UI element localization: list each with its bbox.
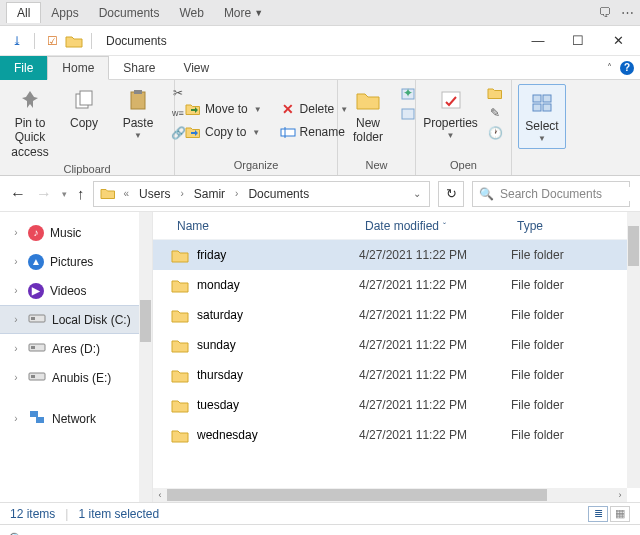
scope-more[interactable]: More▼ — [214, 3, 273, 23]
properties-button[interactable]: Properties ▼ — [422, 84, 479, 143]
close-button[interactable]: ✕ — [600, 28, 636, 54]
new-item-icon[interactable]: ✦ — [398, 84, 418, 102]
scope-apps-tab[interactable]: Apps — [41, 3, 88, 23]
copy-to-button[interactable]: Copy to▼ — [181, 122, 266, 142]
expand-icon[interactable]: › — [10, 343, 22, 354]
address-dropdown-icon[interactable]: ⌄ — [413, 188, 421, 199]
scope-web-tab[interactable]: Web — [169, 3, 213, 23]
expand-icon[interactable]: › — [10, 285, 22, 296]
group-clipboard-label: Clipboard — [6, 161, 168, 177]
nav-item-music[interactable]: ›♪Music — [0, 218, 152, 247]
column-date[interactable]: Date modifiedˇ — [359, 219, 511, 233]
paste-button[interactable]: Paste ▼ — [114, 84, 162, 143]
file-date: 4/27/2021 11:22 PM — [359, 338, 511, 352]
select-button[interactable]: Select ▼ — [518, 84, 566, 149]
forward-button[interactable]: → — [36, 185, 52, 203]
search-input[interactable] — [500, 187, 640, 201]
navpane-scrollbar[interactable] — [139, 212, 152, 502]
file-row[interactable]: sunday4/27/2021 11:22 PMFile folder — [153, 330, 640, 360]
edit-icon[interactable]: ✎ — [485, 104, 505, 122]
breadcrumb-chevron[interactable]: › — [178, 186, 185, 201]
file-name: saturday — [197, 308, 243, 322]
address-bar[interactable]: « Users › Samir › Documents ⌄ — [93, 181, 431, 207]
column-type[interactable]: Type — [511, 219, 549, 233]
folder-icon — [171, 368, 189, 383]
svg-rect-3 — [134, 90, 142, 94]
file-date: 4/27/2021 11:22 PM — [359, 368, 511, 382]
expand-icon[interactable]: › — [10, 372, 22, 383]
new-folder-button[interactable]: New folder — [344, 84, 392, 147]
refresh-button[interactable]: ↻ — [438, 181, 464, 207]
file-row[interactable]: friday4/27/2021 11:22 PMFile folder — [153, 240, 640, 270]
group-select-label — [518, 169, 566, 173]
file-list: Name Date modifiedˇ Type friday4/27/2021… — [153, 212, 640, 502]
maximize-button[interactable]: ☐ — [560, 28, 596, 54]
file-row[interactable]: tuesday4/27/2021 11:22 PMFile folder — [153, 390, 640, 420]
title-bar: ⤓ ☑ Documents — ☐ ✕ — [0, 26, 640, 56]
nav-item-pictures[interactable]: ›▲Pictures — [0, 247, 152, 276]
file-date: 4/27/2021 11:22 PM — [359, 398, 511, 412]
svg-rect-4 — [281, 129, 295, 136]
properties-check-icon[interactable]: ☑ — [43, 32, 61, 50]
overflow-icon[interactable]: ⋯ — [621, 5, 634, 20]
expand-icon[interactable]: › — [10, 314, 22, 325]
column-name[interactable]: Name — [171, 219, 359, 233]
history-open-icon[interactable]: 🕐 — [485, 124, 505, 142]
back-button[interactable]: ← — [10, 185, 26, 203]
file-row[interactable]: wednesday4/27/2021 11:22 PMFile folder — [153, 420, 640, 450]
details-view-icon[interactable]: ≣ — [588, 506, 608, 522]
easy-access-icon[interactable] — [398, 104, 418, 122]
breadcrumb-chevron[interactable]: › — [233, 186, 240, 201]
nav-item-anubis-e-[interactable]: ›Anubis (E:) — [0, 363, 152, 392]
file-row[interactable]: saturday4/27/2021 11:22 PMFile folder — [153, 300, 640, 330]
breadcrumb-root-chevron[interactable]: « — [122, 186, 132, 201]
network-icon — [28, 409, 46, 428]
expand-icon[interactable]: › — [10, 227, 22, 238]
nav-item-local-disk-c-[interactable]: ›Local Disk (C:) — [0, 305, 152, 334]
breadcrumb-samir[interactable]: Samir — [190, 185, 229, 203]
nav-item-videos[interactable]: ›▶Videos — [0, 276, 152, 305]
nav-item-ares-d-[interactable]: ›Ares (D:) — [0, 334, 152, 363]
svg-rect-9 — [442, 92, 460, 108]
nav-item-label: Local Disk (C:) — [52, 313, 131, 327]
expand-icon[interactable]: › — [10, 413, 22, 424]
ribbon-share-tab[interactable]: Share — [109, 56, 169, 80]
scope-all-tab[interactable]: All — [6, 2, 41, 23]
file-type: File folder — [511, 428, 564, 442]
copy-button[interactable]: Copy — [60, 84, 108, 132]
svg-rect-21 — [36, 417, 44, 423]
recent-locations-icon[interactable]: ▾ — [62, 189, 67, 199]
nav-item-network[interactable]: ›Network — [0, 404, 152, 433]
navigation-pane: ›♪Music›▲Pictures›▶Videos›Local Disk (C:… — [0, 212, 153, 502]
search-box[interactable]: 🔍 — [472, 181, 630, 207]
pin-to-quick-access-button[interactable]: Pin to Quick access — [6, 84, 54, 161]
breadcrumb-documents[interactable]: Documents — [244, 185, 313, 203]
file-vscrollbar[interactable] — [627, 212, 640, 488]
ribbon-file-tab[interactable]: File — [0, 56, 47, 80]
svg-rect-13 — [543, 104, 551, 111]
quick-access-toolbar: ⤓ ☑ — [4, 32, 100, 50]
ribbon-home-tab[interactable]: Home — [47, 56, 109, 80]
minimize-button[interactable]: — — [520, 28, 556, 54]
disk-icon — [28, 312, 46, 327]
folder-icon — [171, 248, 189, 263]
file-type: File folder — [511, 398, 564, 412]
up-button[interactable]: ↑ — [77, 185, 85, 202]
svg-rect-2 — [131, 92, 145, 109]
collapse-ribbon-icon[interactable]: ˄ — [607, 62, 612, 73]
history-icon[interactable]: ⤓ — [8, 32, 26, 50]
help-icon[interactable]: ? — [620, 61, 634, 75]
file-row[interactable]: thursday4/27/2021 11:22 PMFile folder — [153, 360, 640, 390]
open-icon[interactable] — [485, 84, 505, 102]
breadcrumb-users[interactable]: Users — [135, 185, 174, 203]
feedback-icon[interactable]: 🗨 — [598, 5, 611, 20]
move-to-button[interactable]: Move to▼ — [181, 99, 266, 119]
nav-item-label: Music — [50, 226, 81, 240]
ribbon-view-tab[interactable]: View — [169, 56, 223, 80]
file-hscrollbar[interactable]: ‹› — [153, 488, 627, 502]
file-row[interactable]: monday4/27/2021 11:22 PMFile folder — [153, 270, 640, 300]
thumbnails-view-icon[interactable]: ▦ — [610, 506, 630, 522]
expand-icon[interactable]: › — [10, 256, 22, 267]
svg-rect-10 — [533, 95, 541, 102]
scope-documents-tab[interactable]: Documents — [89, 3, 170, 23]
